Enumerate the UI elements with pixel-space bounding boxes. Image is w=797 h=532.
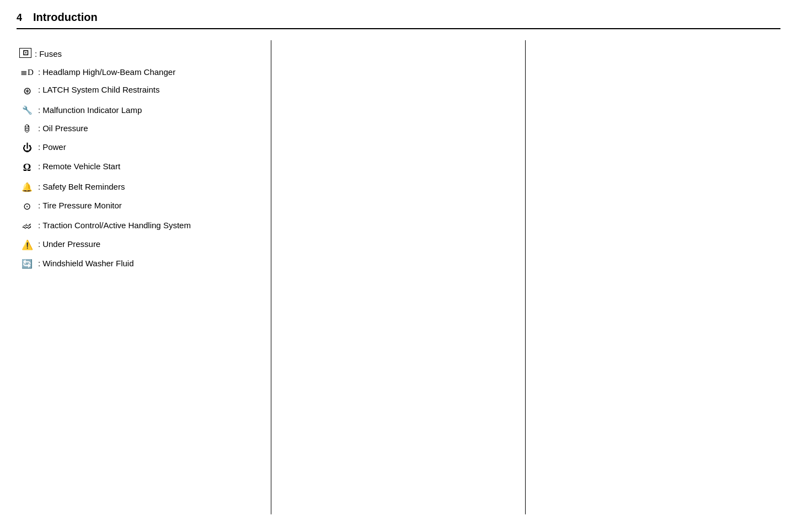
list-item: 🏎 : Traction Control/Active Handling Sys… (19, 217, 260, 235)
fuse-icon: ⊡ (19, 48, 31, 58)
separator: : (38, 122, 40, 135)
tire-pressure-icon: ⊙ (19, 200, 35, 214)
separator: : (35, 48, 37, 61)
list-item: ⊛ : LATCH System Child Restraints (19, 82, 260, 101)
item-label: Windshield Washer Fluid (42, 257, 259, 270)
list-item: ⊡ : Fuses (19, 46, 260, 63)
page-number: 4 (17, 12, 22, 24)
separator: : (38, 200, 40, 212)
item-label: Headlamp High/Low-Beam Changer (42, 66, 259, 79)
page-container: 4 Introduction ⊡ : Fuses ≣D : Headlamp H… (0, 0, 797, 532)
separator: : (38, 84, 40, 96)
page-title: Introduction (33, 11, 98, 24)
separator: : (38, 238, 40, 251)
separator: : (38, 104, 40, 117)
item-label: Under Pressure (42, 238, 259, 251)
latch-icon: ⊛ (19, 84, 35, 99)
column-left: ⊡ : Fuses ≣D : Headlamp High/Low-Beam Ch… (17, 40, 271, 514)
item-label: Fuses (39, 48, 259, 61)
list-item: 🔄 : Windshield Washer Fluid (19, 255, 260, 273)
item-label: Remote Vehicle Start (42, 160, 259, 173)
item-label: Tire Pressure Monitor (42, 200, 259, 212)
column-middle (271, 40, 526, 514)
separator: : (38, 66, 40, 79)
list-item: 🛢 : Oil Pressure (19, 120, 260, 138)
separator: : (38, 181, 40, 194)
oil-icon: 🛢 (19, 122, 35, 136)
headlamp-icon: ≣D (19, 66, 35, 79)
list-item: ≣D : Headlamp High/Low-Beam Changer (19, 64, 260, 81)
item-list: ⊡ : Fuses ≣D : Headlamp High/Low-Beam Ch… (19, 46, 260, 273)
content-columns: ⊡ : Fuses ≣D : Headlamp High/Low-Beam Ch… (17, 40, 780, 514)
separator: : (38, 219, 40, 232)
list-item: 🔔 : Safety Belt Reminders (19, 179, 260, 196)
item-label: Traction Control/Active Handling System (42, 219, 259, 232)
under-pressure-icon: ⚠️ (19, 238, 35, 252)
power-icon: ⏻ (19, 141, 35, 155)
malfunction-icon: 🔧 (19, 104, 35, 117)
separator: : (38, 141, 40, 154)
item-label: Power (42, 141, 259, 154)
item-label: Safety Belt Reminders (42, 181, 259, 194)
washer-fluid-icon: 🔄 (19, 257, 35, 271)
column-right (526, 40, 780, 514)
item-label: Malfunction Indicator Lamp (42, 104, 259, 117)
item-label: LATCH System Child Restraints (42, 84, 259, 96)
list-item: ⚠️ : Under Pressure (19, 236, 260, 255)
list-item: Ω : Remote Vehicle Start (19, 158, 260, 178)
list-item: ⏻ : Power (19, 139, 260, 158)
list-item: 🔧 : Malfunction Indicator Lamp (19, 102, 260, 119)
traction-icon: 🏎 (19, 219, 35, 233)
remote-start-icon: Ω (19, 160, 35, 175)
separator: : (38, 160, 40, 173)
item-label: Oil Pressure (42, 122, 259, 135)
seatbelt-icon: 🔔 (19, 181, 35, 194)
separator: : (38, 257, 40, 270)
list-item: ⊙ : Tire Pressure Monitor (19, 197, 260, 216)
page-header: 4 Introduction (17, 11, 780, 29)
